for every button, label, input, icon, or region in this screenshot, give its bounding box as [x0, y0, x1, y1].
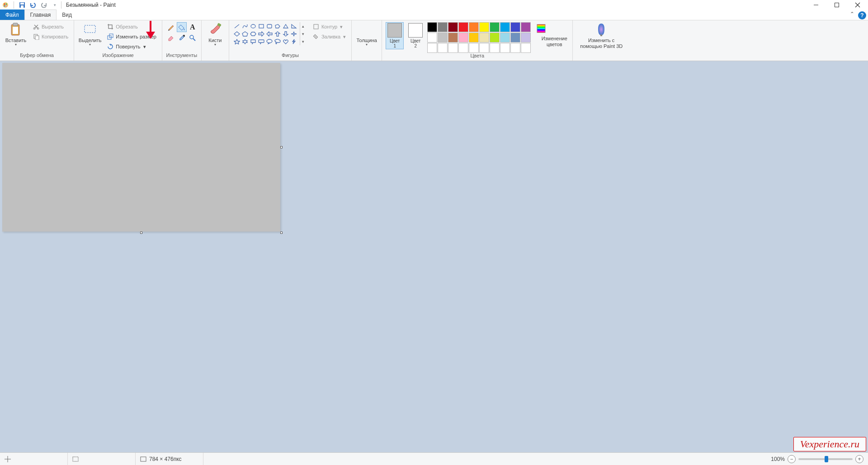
shape-arrow-left[interactable]	[265, 30, 274, 38]
palette-color[interactable]	[448, 33, 458, 43]
color-picker-tool[interactable]	[177, 33, 187, 43]
palette-custom-slot[interactable]	[458, 43, 468, 53]
shape-callout-rect[interactable]	[249, 38, 257, 45]
palette-custom-slot[interactable]	[490, 43, 500, 53]
app-icon[interactable]	[1, 0, 10, 9]
palette-color[interactable]	[510, 33, 520, 43]
pencil-tool[interactable]	[166, 22, 176, 32]
text-tool[interactable]: A	[188, 22, 198, 32]
shape-arrow-down[interactable]	[282, 30, 290, 38]
crop-button[interactable]: Обрезать	[105, 22, 158, 31]
palette-color[interactable]	[438, 33, 448, 43]
shape-roundrect[interactable]	[265, 22, 274, 30]
shape-star6[interactable]	[241, 38, 249, 45]
magnifier-tool[interactable]	[188, 33, 198, 43]
palette-custom-slot[interactable]	[500, 43, 510, 53]
palette-color[interactable]	[427, 22, 437, 32]
palette-color[interactable]	[458, 22, 468, 32]
save-icon[interactable]	[18, 0, 27, 9]
palette-custom-slot[interactable]	[438, 43, 448, 53]
collapse-ribbon-icon[interactable]: ˆ	[848, 11, 856, 19]
shape-arrow-right[interactable]	[257, 30, 265, 38]
palette-custom-slot[interactable]	[448, 43, 458, 53]
resize-handle-e[interactable]	[280, 146, 283, 148]
palette-custom-slot[interactable]	[479, 43, 489, 53]
palette-custom-slot[interactable]	[510, 43, 520, 53]
shapes-scroll-down[interactable]: ▾	[300, 30, 306, 38]
shape-arrow-up[interactable]	[274, 30, 282, 38]
shape-pentagon[interactable]	[241, 30, 249, 38]
palette-color[interactable]	[438, 22, 448, 32]
eraser-tool[interactable]	[166, 33, 176, 43]
palette-color[interactable]	[510, 22, 520, 32]
shape-callout-oval[interactable]	[265, 38, 274, 45]
resize-handle-s[interactable]	[140, 232, 142, 234]
resize-button[interactable]: Изменить размер	[105, 32, 158, 41]
palette-custom-slot[interactable]	[469, 43, 479, 53]
help-icon[interactable]: ?	[858, 11, 866, 19]
color1-button[interactable]: Цвет 1	[386, 22, 404, 49]
palette-color[interactable]	[479, 22, 489, 32]
palette-color[interactable]	[479, 33, 489, 43]
minimize-button[interactable]	[806, 0, 826, 10]
shape-outline-button[interactable]: Контур▾	[311, 22, 348, 31]
shape-fill-button[interactable]: Заливка▾	[311, 32, 348, 41]
copy-button[interactable]: Копировать	[31, 32, 70, 41]
shapes-scroll-up[interactable]: ▴	[300, 22, 306, 30]
shape-star4[interactable]	[290, 30, 298, 38]
redo-icon[interactable]	[39, 0, 48, 9]
zoom-out-button[interactable]: −	[788, 455, 796, 463]
tab-home[interactable]: Главная	[24, 9, 57, 20]
palette-color[interactable]	[500, 33, 510, 43]
palette-color[interactable]	[458, 33, 468, 43]
palette-color[interactable]	[469, 22, 479, 32]
fill-tool[interactable]	[177, 22, 187, 32]
palette-color[interactable]	[448, 22, 458, 32]
shape-hexagon[interactable]	[249, 30, 257, 38]
shape-oval[interactable]	[249, 22, 257, 30]
palette-color[interactable]	[500, 22, 510, 32]
canvas[interactable]	[2, 63, 280, 232]
edit-colors-button[interactable]: Изменение цветов	[540, 22, 569, 47]
shape-polygon[interactable]	[274, 22, 282, 30]
shape-heart[interactable]	[282, 38, 290, 45]
palette-color[interactable]	[427, 33, 437, 43]
shape-line[interactable]	[233, 22, 241, 30]
shapes-gallery[interactable]	[233, 22, 298, 45]
palette-custom-slot[interactable]	[521, 43, 531, 53]
resize-handle-se[interactable]	[280, 232, 283, 234]
shapes-expand[interactable]: ▾	[300, 38, 306, 45]
shape-callout-cloud[interactable]	[274, 38, 282, 45]
palette-color[interactable]	[490, 33, 500, 43]
palette-color[interactable]	[521, 33, 531, 43]
color-palette[interactable]	[427, 22, 531, 53]
undo-icon[interactable]	[28, 0, 38, 9]
tab-file[interactable]: Файл	[0, 9, 24, 20]
shape-right-triangle[interactable]	[290, 22, 298, 30]
select-button[interactable]: Выделить ▾	[78, 22, 102, 47]
cut-button[interactable]: Вырезать	[31, 22, 70, 31]
paint3d-button[interactable]: Изменить с помощью Paint 3D	[576, 22, 626, 49]
paste-button[interactable]: Вставить ▾	[4, 22, 28, 47]
palette-color[interactable]	[469, 33, 479, 43]
shape-lightning[interactable]	[290, 38, 298, 45]
shape-star5[interactable]	[233, 38, 241, 45]
zoom-in-button[interactable]: +	[855, 455, 863, 463]
palette-color[interactable]	[521, 22, 531, 32]
zoom-slider[interactable]	[798, 458, 853, 460]
tab-view[interactable]: Вид	[57, 9, 77, 20]
close-button[interactable]	[847, 0, 868, 10]
brushes-button[interactable]: Кисти ▾	[205, 22, 225, 47]
shape-curve[interactable]	[241, 22, 249, 30]
palette-custom-slot[interactable]	[427, 43, 437, 53]
zoom-thumb[interactable]	[825, 456, 828, 462]
palette-color[interactable]	[490, 22, 500, 32]
size-button[interactable]: Толщина ▾	[355, 22, 378, 47]
work-area[interactable]	[0, 61, 868, 452]
shape-triangle[interactable]	[282, 22, 290, 30]
color2-button[interactable]: Цвет 2	[406, 22, 425, 49]
shape-diamond[interactable]	[233, 30, 241, 38]
shape-rect[interactable]	[257, 22, 265, 30]
shape-callout-round[interactable]	[257, 38, 265, 45]
rotate-button[interactable]: Повернуть ▾	[105, 42, 158, 51]
